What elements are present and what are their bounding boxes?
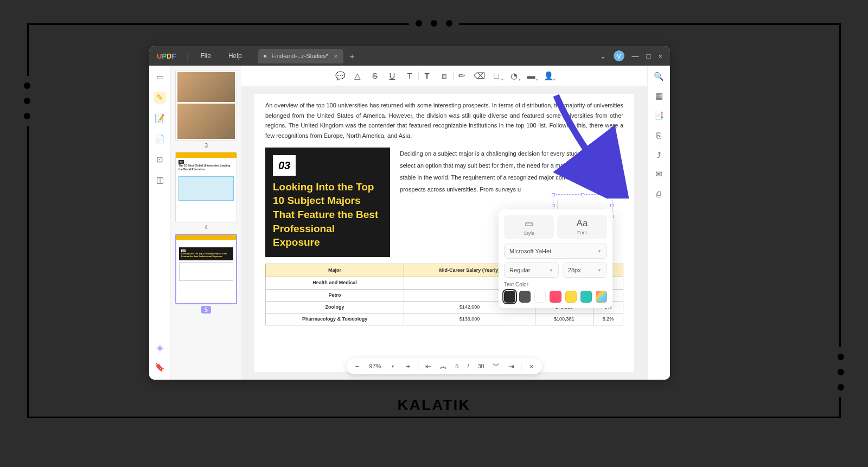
user-avatar[interactable]: V — [614, 50, 624, 61]
tab-title: Find-and-...r-Studies* — [272, 53, 329, 59]
app-logo: UPDF — [149, 52, 183, 60]
thumb-page-5[interactable]: 03Looking Into the Top 10 Subject Majors… — [175, 234, 237, 315]
annotation-toolbar: 💬 △ S U T T ⧈ ✏ ⌫ □▾ ◔▾ ▬▾ 👤▾ — [241, 66, 647, 86]
text-properties-popup: ▭ Style Aa Font Microsoft YaHei▼ Regular… — [499, 209, 612, 308]
strikethrough-icon[interactable]: S — [368, 69, 382, 83]
watermark: KALATIK — [387, 396, 482, 414]
text-color-label: Text Color — [504, 282, 607, 287]
right-rail: 🔍 ▦ 📑 ⎘ ⤴ ✉ ⎙ — [647, 66, 670, 380]
first-page-button[interactable]: ⇤ — [423, 361, 433, 372]
close-bar-button[interactable]: × — [526, 361, 537, 372]
color-swatch[interactable] — [504, 291, 515, 303]
pencil-icon[interactable]: ✏ — [455, 69, 469, 83]
color-swatch[interactable] — [534, 291, 546, 303]
edit-icon[interactable]: 📝 — [154, 112, 166, 124]
underline-icon[interactable]: U — [385, 69, 399, 83]
body-text: An overview of the top 100 universities … — [265, 100, 623, 141]
zoom-bar: − 97% ▾ + ⇤ ︽ 5 / 30 ︾ ⇥ × — [346, 358, 542, 374]
sticker-icon[interactable]: ◔▾ — [507, 69, 521, 83]
textbox-icon[interactable]: ⧈ — [437, 69, 451, 83]
share-icon[interactable]: ⤴ — [654, 149, 665, 160]
document-tab[interactable]: Find-and-...r-Studies* × — [258, 49, 343, 63]
note-icon[interactable]: 💬 — [333, 69, 347, 83]
organize-icon[interactable]: 📄 — [154, 133, 166, 145]
page-total: 30 — [475, 363, 486, 369]
chevron-down-icon[interactable]: ⌄ — [600, 52, 606, 60]
style-icon: ▭ — [507, 218, 551, 229]
prev-page-button[interactable]: ︽ — [438, 361, 449, 372]
ocr-icon[interactable]: ▦ — [654, 91, 665, 101]
last-page-button[interactable]: ⇥ — [506, 361, 517, 372]
font-size-select[interactable]: 28px▼ — [563, 263, 607, 278]
squiggly-icon[interactable]: T — [403, 69, 417, 83]
thumb-page-4[interactable]: 02The 10 Best Global Universities Leadin… — [175, 152, 237, 231]
color-swatch[interactable] — [519, 291, 531, 303]
section-block: 03 Looking Into the Top 10 Subject Major… — [265, 148, 390, 257]
convert-icon[interactable]: 📑 — [654, 110, 665, 121]
menu-help[interactable]: Help — [220, 52, 251, 60]
layers-icon[interactable]: ◈ — [154, 342, 166, 354]
new-tab-button[interactable]: + — [350, 52, 355, 61]
color-swatch[interactable] — [580, 291, 592, 303]
print-icon[interactable]: ⎙ — [654, 188, 665, 199]
shape-icon[interactable]: □▾ — [489, 69, 503, 83]
color-swatch[interactable] — [550, 291, 561, 303]
eraser-icon[interactable]: ⌫ — [472, 69, 486, 83]
font-tab[interactable]: Aa Font — [557, 215, 607, 239]
bookmark-icon[interactable]: 🔖 — [154, 361, 166, 373]
page-input[interactable]: 5 — [453, 363, 461, 369]
menu-file[interactable]: File — [192, 52, 220, 60]
close-button[interactable]: × — [658, 52, 662, 60]
left-rail: ▭ ✎ 📝 📄 ⊡ ◫ ◈ 🔖 — [149, 66, 171, 380]
minimize-button[interactable]: — — [632, 52, 639, 60]
export-icon[interactable]: ⎘ — [654, 130, 665, 140]
search-icon[interactable]: 🔍 — [654, 71, 665, 82]
email-icon[interactable]: ✉ — [654, 169, 665, 180]
color-swatches — [504, 291, 607, 303]
comment-icon[interactable]: ✎ — [154, 92, 166, 104]
font-family-select[interactable]: Microsoft YaHei▼ — [504, 244, 607, 259]
zoom-value: 97% — [367, 363, 383, 369]
thumb-page-3[interactable]: 3 — [175, 70, 237, 149]
highlight-icon[interactable]: △ — [350, 69, 365, 83]
zoom-out-button[interactable]: − — [352, 361, 362, 372]
signature-icon[interactable]: 👤▾ — [541, 69, 556, 83]
zoom-in-button[interactable]: + — [403, 361, 413, 372]
reader-icon[interactable]: ▭ — [154, 71, 166, 83]
color-swatch[interactable] — [565, 291, 577, 303]
font-weight-select[interactable]: Regular▼ — [504, 263, 559, 278]
thumbnail-panel[interactable]: 3 02The 10 Best Global Universities Lead… — [171, 66, 241, 380]
titlebar: UPDF | File Help Find-and-...r-Studies* … — [149, 46, 670, 66]
app-window: UPDF | File Help Find-and-...r-Studies* … — [149, 46, 670, 380]
zoom-dropdown[interactable]: ▾ — [387, 361, 398, 372]
maximize-button[interactable]: □ — [647, 52, 651, 60]
text-icon[interactable]: T — [420, 69, 434, 83]
style-tab[interactable]: ▭ Style — [504, 215, 554, 239]
next-page-button[interactable]: ︾ — [491, 361, 502, 372]
font-icon: Aa — [560, 218, 604, 229]
stamp-icon[interactable]: ▬▾ — [524, 69, 538, 83]
crop-icon[interactable]: ⊡ — [154, 153, 166, 165]
color-picker-swatch[interactable] — [596, 291, 607, 303]
tools-icon[interactable]: ◫ — [154, 174, 166, 186]
modified-dot-icon — [264, 55, 266, 57]
tab-close-icon[interactable]: × — [334, 52, 338, 60]
